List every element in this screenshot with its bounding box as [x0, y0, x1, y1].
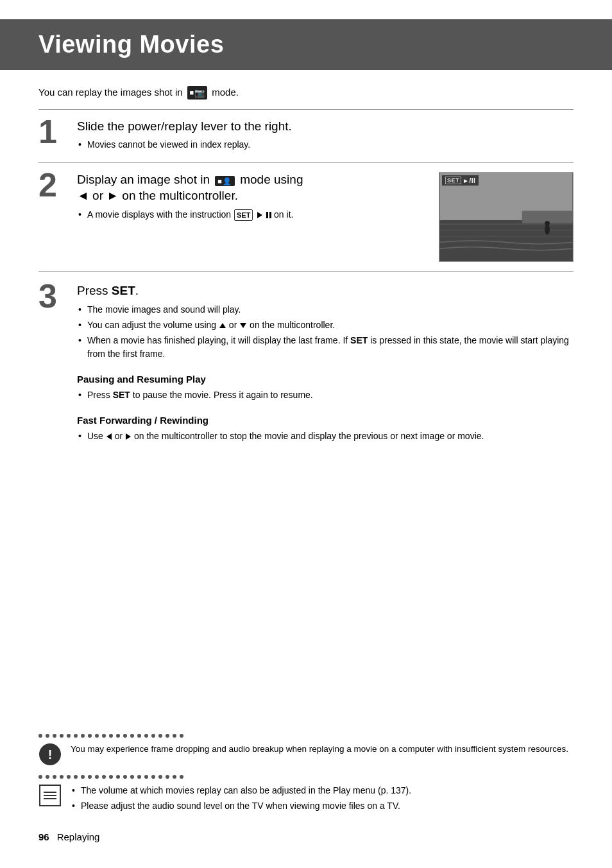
subsection-pausing-bullet-1: Press SET to pause the movie. Press it a…	[77, 388, 574, 402]
page-title: Viewing Movies	[38, 31, 574, 58]
subsection-pausing-bullets: Press SET to pause the movie. Press it a…	[77, 388, 574, 402]
dot	[60, 775, 64, 779]
dot	[81, 734, 85, 738]
dot	[53, 775, 56, 779]
step-3-title-bold: SET	[112, 284, 135, 297]
dot	[151, 775, 155, 779]
step-1-bullets: Movies cannot be viewed in index replay.	[77, 138, 574, 152]
step-2-movie-icon: ■👤	[215, 176, 235, 186]
notice-1-text: You may experience frame dropping and au…	[71, 743, 574, 756]
subsection-pausing: Pausing and Resuming Play Press SET to p…	[77, 374, 574, 402]
notice-2-bullet-2: Please adjust the audio sound level on t…	[71, 799, 574, 813]
dots-row-1	[38, 734, 574, 738]
intro-line: You can replay the images shot in ■📷 mod…	[38, 85, 574, 100]
dot	[166, 775, 169, 779]
svg-rect-5	[440, 230, 573, 231]
movie-mode-icon: ■📷	[187, 86, 208, 100]
divider-1	[38, 109, 574, 110]
svg-point-7	[545, 225, 550, 235]
exclamation-icon: !	[39, 743, 61, 765]
dot	[137, 734, 141, 738]
dot	[123, 734, 127, 738]
pause-icon	[266, 212, 271, 218]
title-section: Viewing Movies	[0, 19, 612, 70]
tri-up-icon	[219, 323, 226, 328]
dots-row-2	[38, 775, 574, 779]
step-2-title: Display an image shot in ■👤 mode using ◄…	[77, 172, 426, 204]
divider-3	[38, 271, 574, 272]
image-overlay: SET ►/II	[442, 175, 479, 186]
svg-point-8	[545, 221, 550, 226]
intro-text: You can replay the images shot in	[38, 85, 183, 100]
step-3-bullets: The movie images and sound will play. Yo…	[77, 303, 574, 361]
step-1-content: Slide the power/replay lever to the righ…	[77, 119, 574, 154]
step-2-image: SET ►/II	[439, 172, 574, 262]
notice-1-icon: !	[38, 743, 62, 766]
step-3-title-start: Press	[77, 284, 108, 297]
spacer	[38, 445, 574, 727]
dot	[38, 775, 42, 779]
step-2-bullet-1: A movie displays with the instruction SE…	[77, 208, 426, 221]
step-1-number: 1	[38, 115, 67, 148]
dot	[180, 734, 183, 738]
subsection-ff-bullets: Use or on the multicontroller to stop th…	[77, 430, 574, 443]
menu-line-3	[44, 798, 56, 799]
dot	[116, 775, 120, 779]
step-2-number: 2	[38, 168, 67, 202]
dot	[46, 775, 49, 779]
dot	[180, 775, 183, 779]
step-2-content: Display an image shot in ■👤 mode using ◄…	[77, 172, 574, 262]
dot	[137, 775, 141, 779]
dot	[38, 734, 42, 738]
dot	[46, 734, 49, 738]
footer-page-number: 96	[38, 831, 49, 842]
subsection-ff-title: Fast Forwarding / Rewinding	[77, 415, 574, 426]
step-3-number: 3	[38, 279, 67, 313]
dot	[173, 734, 176, 738]
footer-section: Replaying	[57, 831, 100, 842]
page: Viewing Movies You can replay the images…	[0, 0, 612, 868]
step-3-bullet-1: The movie images and sound will play.	[77, 303, 574, 317]
svg-rect-6	[440, 236, 573, 238]
dot	[166, 734, 169, 738]
dot	[95, 734, 99, 738]
set-badge-inline: SET	[234, 209, 253, 221]
dot	[102, 734, 106, 738]
dot	[109, 734, 113, 738]
notice-2-bullet-1: The volume at which movies replay can al…	[71, 784, 574, 797]
play-icon	[257, 212, 262, 218]
dot	[88, 775, 92, 779]
step-2-title-end: mode using	[240, 173, 303, 186]
step-3: 3 Press SET. The movie images and sound …	[38, 283, 574, 445]
notice-1: ! You may experience frame dropping and …	[38, 743, 574, 766]
dot	[67, 734, 71, 738]
step-2-title-start: Display an image shot in	[77, 173, 210, 186]
dot	[74, 775, 78, 779]
tri-down-icon	[240, 323, 246, 328]
dot	[60, 734, 64, 738]
step-2-text: Display an image shot in ■👤 mode using ◄…	[77, 172, 426, 223]
dot	[173, 775, 176, 779]
step-1-bullet-1: Movies cannot be viewed in index replay.	[77, 138, 574, 152]
dot	[74, 734, 78, 738]
step-2: 2 Display an image shot in ■👤 mode using…	[38, 172, 574, 262]
notice-2: The volume at which movies replay can al…	[38, 784, 574, 815]
dot	[88, 734, 92, 738]
dot	[158, 775, 162, 779]
dot	[53, 734, 56, 738]
tri-right-icon	[126, 433, 131, 440]
dot	[158, 734, 162, 738]
step-3-bullet-3: When a movie has finished playing, it wi…	[77, 334, 574, 361]
notice-2-text: The volume at which movies replay can al…	[71, 784, 574, 815]
dot	[130, 734, 134, 738]
step-3-content: Press SET. The movie images and sound wi…	[77, 283, 574, 445]
divider-2	[38, 162, 574, 163]
step-2-title-line2: ◄ or ► on the multicontroller.	[77, 189, 238, 202]
dot	[116, 734, 120, 738]
tri-left-icon	[106, 433, 112, 440]
menu-line-1	[44, 792, 56, 793]
dot	[130, 775, 134, 779]
dot	[95, 775, 99, 779]
dot	[151, 734, 155, 738]
step-3-title-end: .	[135, 284, 139, 297]
